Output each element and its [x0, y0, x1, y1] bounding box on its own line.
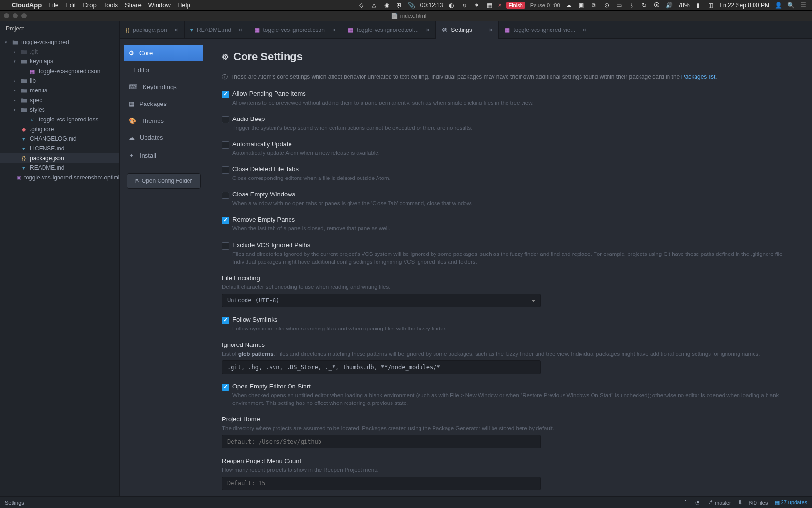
tree-root-item[interactable]: ▾toggle-vcs-ignored [0, 37, 119, 47]
evernote-icon[interactable]: ✶ [473, 1, 480, 9]
tray-icon[interactable]: ◉ [383, 1, 391, 9]
menu-drop[interactable]: Drop [83, 1, 96, 9]
tree-folder[interactable]: ▸.git [0, 47, 119, 57]
tree-folder[interactable]: ▾keymaps [0, 57, 119, 66]
tab[interactable]: {}package.json× [120, 21, 185, 39]
checkbox[interactable] [222, 317, 229, 324]
tree-file[interactable]: ▾README.md [0, 163, 119, 173]
close-icon[interactable]: × [328, 26, 336, 34]
nav-keybindings[interactable]: ⌨Keybindings [120, 78, 207, 95]
clip-icon[interactable]: 📎 [408, 1, 416, 9]
macos-menubar: CloudApp File Edit Drop Tools Share Wind… [0, 0, 812, 11]
nav-core[interactable]: ⚙Core [124, 45, 203, 61]
git-branch[interactable]: ⎇master [707, 499, 731, 506]
menu-tools[interactable]: Tools [103, 1, 118, 9]
checkbox[interactable] [222, 141, 229, 149]
tree-file[interactable]: ◆.gitignore [0, 124, 119, 134]
notification-icon[interactable]: ☰ [799, 1, 807, 9]
tree-file[interactable]: #toggle-vcs-ignored.less [0, 115, 119, 124]
user-icon[interactable]: 👤 [774, 1, 782, 9]
cloud-icon[interactable]: ☁ [565, 1, 573, 9]
tray-icon[interactable]: ▦ [485, 1, 493, 9]
menu-file[interactable]: File [48, 1, 58, 9]
menu-share[interactable]: Share [125, 1, 142, 9]
open-config-button[interactable]: ⇱ Open Config Folder [127, 173, 201, 189]
traffic-zoom[interactable] [21, 13, 27, 18]
packages-list-link[interactable]: Packages list [682, 74, 716, 80]
setting-audioBeep: Audio BeepTrigger the system's beep soun… [222, 115, 798, 132]
checkbox[interactable] [222, 116, 229, 123]
close-icon[interactable]: × [579, 26, 586, 34]
status-icon[interactable]: ◔ [695, 499, 700, 506]
tree-folder[interactable]: ▸lib [0, 76, 119, 86]
checkbox[interactable] [222, 217, 229, 224]
select-input[interactable]: Unicode (UTF-8) [222, 294, 541, 307]
nav-label: Themes [141, 117, 164, 124]
tray-icon[interactable]: ⊙ [603, 1, 610, 9]
close-icon[interactable]: × [171, 26, 178, 34]
checkbox[interactable] [222, 91, 229, 98]
info-icon: ⓘ [222, 73, 228, 81]
tree-file[interactable]: {}package.json [0, 153, 119, 163]
tree-file[interactable]: ▦toggle-vcs-ignored.cson [0, 66, 119, 76]
menu-edit[interactable]: Edit [65, 1, 76, 9]
nav-editor[interactable]: Editor [120, 61, 207, 78]
tab[interactable]: ▦toggle-vcs-ignored.cof...× [342, 21, 436, 39]
tree-file[interactable]: ▾CHANGELOG.md [0, 134, 119, 144]
wifi-icon[interactable]: ⦿ [653, 1, 661, 9]
checkbox[interactable] [222, 192, 229, 199]
close-icon[interactable]: × [498, 2, 501, 9]
tray-icon[interactable]: ▣ [578, 1, 585, 9]
tab[interactable]: ▦toggle-vcs-ignored-vie...× [499, 21, 593, 39]
clock[interactable]: Fri 22 Sep 8:00 PM [720, 2, 769, 9]
checkbox[interactable] [222, 242, 229, 250]
tray-icon[interactable]: ⧉ [590, 1, 598, 9]
battery-percent[interactable]: 78% [678, 2, 690, 9]
gdrive-icon[interactable]: △ [370, 1, 378, 9]
close-icon[interactable]: × [234, 26, 242, 34]
tab[interactable]: ▦toggle-vcs-ignored.cson× [248, 21, 342, 39]
bluetooth-icon[interactable]: ᛒ [628, 1, 636, 9]
volume-icon[interactable]: 🔊 [666, 1, 673, 9]
checkbox[interactable] [222, 166, 229, 174]
traffic-minimize[interactable] [13, 13, 18, 18]
tree-folder[interactable]: ▸spec [0, 95, 119, 105]
tree-folder[interactable]: ▸menus [0, 86, 119, 95]
tray-timer[interactable]: 00:12:13 [420, 2, 443, 9]
tab[interactable]: 🛠Settings× [436, 21, 499, 39]
close-icon[interactable]: × [485, 26, 493, 34]
app-name[interactable]: CloudApp [12, 1, 42, 9]
nav-updates[interactable]: ☁Updates [120, 129, 207, 146]
setting-desc: When checked opens an untitled editor wh… [232, 391, 798, 407]
nav-themes[interactable]: 🎨Themes [120, 112, 207, 129]
tree-file[interactable]: ▣toggle-vcs-ignored-screenshot-optimized… [0, 173, 119, 182]
battery-icon[interactable]: ▮ [695, 1, 702, 9]
updates-button[interactable]: ▦ 27 updates [775, 499, 808, 506]
checkbox[interactable] [222, 384, 229, 391]
tree-folder[interactable]: ▾styles [0, 105, 119, 115]
spotlight-icon[interactable]: 🔍 [787, 1, 795, 9]
git-sync-icon[interactable]: ⥮ [738, 499, 742, 506]
pause-label[interactable]: Pause 01:00 [530, 2, 560, 8]
tree-file[interactable]: ▾LICENSE.md [0, 144, 119, 153]
git-files[interactable]: ⎘ 0 files [749, 500, 768, 506]
tab-label: Settings [451, 27, 472, 33]
nav-install[interactable]: ＋Install [120, 146, 207, 164]
text-input[interactable] [222, 477, 541, 490]
display-icon[interactable]: ▭ [615, 1, 623, 9]
menu-window[interactable]: Window [148, 1, 171, 9]
tab[interactable]: ▾README.md× [185, 21, 249, 39]
control-icon[interactable]: ◫ [707, 1, 715, 9]
text-input[interactable] [222, 360, 541, 374]
timemachine-icon[interactable]: ↻ [640, 1, 648, 9]
text-input[interactable] [222, 435, 541, 448]
dropbox-icon[interactable]: ◇ [358, 1, 365, 9]
traffic-close[interactable] [4, 13, 9, 18]
menu-help[interactable]: Help [177, 1, 190, 9]
finish-button[interactable]: Finish [506, 2, 525, 9]
close-icon[interactable]: × [422, 26, 430, 34]
tray-icon[interactable]: ⎋ [460, 1, 468, 9]
nav-packages[interactable]: ▦Packages [120, 95, 207, 112]
tray-icon[interactable]: ◐ [448, 1, 455, 9]
shield-icon[interactable]: ⛨ [395, 1, 403, 9]
